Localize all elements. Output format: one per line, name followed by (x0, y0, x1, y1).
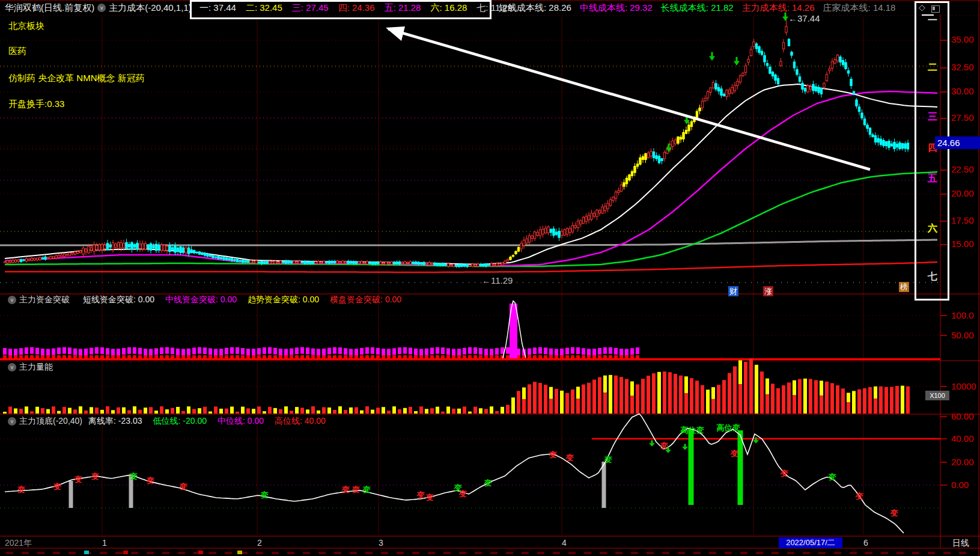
level-label: 二 (246, 2, 255, 13)
stat-value: 0.00 (221, 295, 237, 304)
price-tick: 22.50 (951, 164, 974, 174)
panel4-header: v 主力顶底(-20,40) 离线率: -23.03低位线: -20.00中位线… (5, 416, 336, 427)
level-value: 21.28 (398, 2, 421, 13)
stat-value: 0.00 (385, 295, 401, 304)
current-date-badge: 2022/05/17/二 (779, 537, 842, 548)
month-label: 4 (562, 538, 567, 548)
level-item: 一: 37.44 (199, 2, 236, 14)
info-label: 开盘换手:0.33 (8, 99, 64, 110)
stat-value: -23.03 (118, 416, 142, 426)
cost-line-value: 29.32 (630, 2, 653, 13)
stat-label: 离线率 (88, 416, 114, 426)
chevron-down-icon[interactable]: v (8, 417, 16, 426)
level-item: 四: 24.36 (338, 2, 375, 14)
panel2-header: v 主力资金突破 短线资金突破: 0.00中线资金突破: 0.00趋势资金突破:… (5, 295, 412, 305)
cost-line-item: 庄家成本线: 14.18 (823, 2, 896, 14)
stat-label: 低位线 (153, 416, 178, 426)
cost-line-item: 主力成本线: 14.26 (742, 2, 815, 14)
chevron-down-icon[interactable]: v (97, 4, 106, 12)
panel2-title[interactable]: 主力资金突破 (19, 295, 70, 305)
svg-text:变: 变 (17, 485, 25, 494)
cost-line-value: 14.18 (873, 2, 896, 13)
panel2-stat-item: 中线资金突破: 0.00 (165, 295, 237, 305)
month-label: 2 (257, 538, 262, 548)
panel4-title[interactable]: 主力顶底(-20,40) (19, 416, 82, 427)
level-item: 五: 21.28 (385, 2, 421, 14)
panel4-stat-item: 低位线: -20.00 (153, 416, 207, 427)
cost-line-item: 中线成本线: 29.32 (580, 2, 653, 14)
level-value: 27.45 (306, 2, 329, 13)
panel2-stat-item: 趋势资金突破: 0.00 (248, 295, 319, 305)
panel4-tick: 0.00 (951, 480, 969, 490)
level-item: 二: 32.45 (246, 2, 282, 14)
cost-line-label: 主力成本线 (742, 2, 787, 13)
indicator-name[interactable]: 主力成本(-20,40,1,1) (109, 2, 192, 14)
panel4-stat-item: 中位线: 0.00 (218, 416, 264, 427)
svg-text:变: 变 (341, 485, 350, 494)
svg-text:变: 变 (780, 469, 788, 478)
level-label: 四 (338, 2, 347, 13)
svg-text:变: 变 (352, 485, 360, 494)
stat-label: 横盘资金突破 (330, 295, 380, 304)
cost-line-label: 中线成本线 (580, 2, 625, 13)
chevron-down-icon[interactable]: v (8, 296, 16, 304)
cost-line-item: 长线成本线: 21.82 (661, 2, 734, 14)
panel2-tick: 50.00 (951, 330, 974, 340)
panel3-tick: 10000 (951, 381, 976, 391)
month-label: 1 (102, 538, 107, 548)
level-label: 五 (385, 2, 394, 13)
stat-value: 0.00 (248, 416, 264, 426)
stat-label: 中线资金突破 (165, 295, 216, 304)
svg-text:高位变: 高位变 (717, 423, 740, 432)
stat-value: 0.00 (138, 295, 154, 304)
level-label: 三 (292, 2, 301, 13)
numeral-7: 七 (925, 270, 940, 283)
panel2-stat-item: 横盘资金突破: 0.00 (330, 295, 401, 305)
price-tick: 27.50 (951, 112, 974, 123)
numeral-6: 六 (925, 222, 940, 235)
price-tick: 35.00 (951, 34, 974, 44)
level-value: 32.45 (260, 2, 282, 13)
cost-lines: 短线成本线: 28.26中线成本线: 29.32长线成本线: 21.82主力成本… (499, 2, 904, 14)
panel2-tick: 100.0 (951, 310, 974, 320)
restore-window-icon[interactable] (931, 4, 940, 14)
svg-text:变: 变 (74, 475, 82, 484)
level-item: 六: 16.28 (430, 2, 467, 14)
svg-text:变: 变 (855, 492, 863, 501)
promo-badge[interactable]: 涨 (763, 286, 773, 296)
annotation-low: ←11.29 (482, 275, 513, 286)
stat-label: 中位线 (218, 416, 243, 426)
stat-value: -20.00 (183, 416, 207, 426)
numeral-5: 五 (925, 173, 940, 185)
period-label[interactable]: 日线 (952, 538, 969, 549)
month-label: 3 (379, 538, 383, 548)
numeral-3: 三 (925, 111, 940, 123)
svg-text:变: 变 (53, 482, 61, 491)
stat-value: 40.00 (305, 416, 326, 426)
app-window: 变变变变变变变变变变变变变变变变变变变变变变变变变高位变高位变 华润双鹤(日线.… (0, 0, 980, 556)
svg-text:变: 变 (362, 485, 371, 494)
chevron-down-icon[interactable]: v (8, 363, 16, 371)
level-value: 24.36 (352, 2, 375, 13)
x100-button[interactable]: X100 (925, 391, 949, 400)
promo-badge[interactable]: 榜 (899, 282, 909, 292)
stat-label: 趋势资金突破 (248, 295, 298, 304)
cost-line-label: 短线成本线 (499, 2, 544, 13)
promo-badge[interactable]: 财 (728, 286, 738, 296)
info-label: 医药 (8, 46, 26, 57)
stat-label: 高位线 (275, 416, 300, 426)
panel2-stat-item: 短线资金突破: 0.00 (83, 295, 154, 305)
panel3-title[interactable]: 主力量能 (19, 362, 53, 373)
svg-text:变: 变 (890, 509, 898, 518)
svg-text:变: 变 (565, 453, 574, 462)
diamond-icon[interactable]: ◇ (919, 2, 925, 12)
cost-line-value: 14.26 (792, 2, 815, 13)
svg-text:变: 变 (454, 483, 462, 492)
cost-line-label: 长线成本线 (661, 2, 706, 13)
svg-text:变: 变 (425, 493, 434, 502)
level-label: 一 (199, 2, 208, 13)
numeral-1: 一 (925, 14, 940, 27)
svg-text:变: 变 (828, 472, 836, 481)
cost-line-value: 21.82 (711, 2, 734, 13)
panel4-tick: 20.00 (951, 457, 974, 467)
